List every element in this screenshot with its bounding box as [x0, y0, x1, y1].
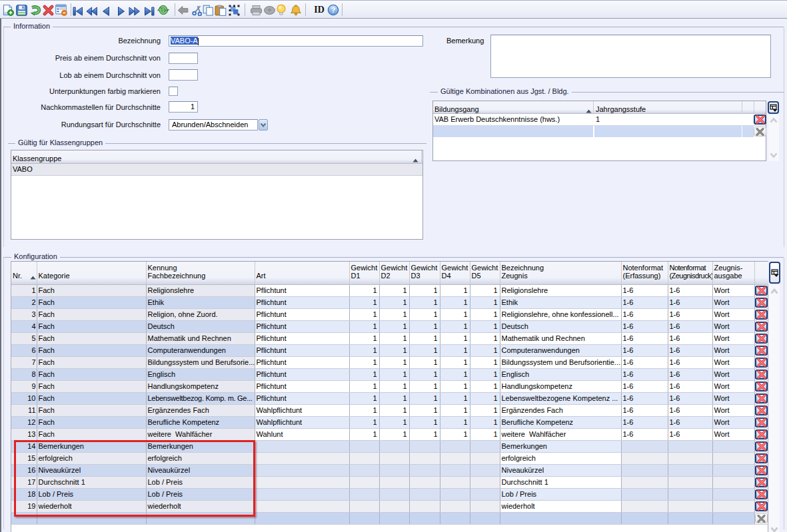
svg-text:?: ?: [331, 6, 336, 14]
